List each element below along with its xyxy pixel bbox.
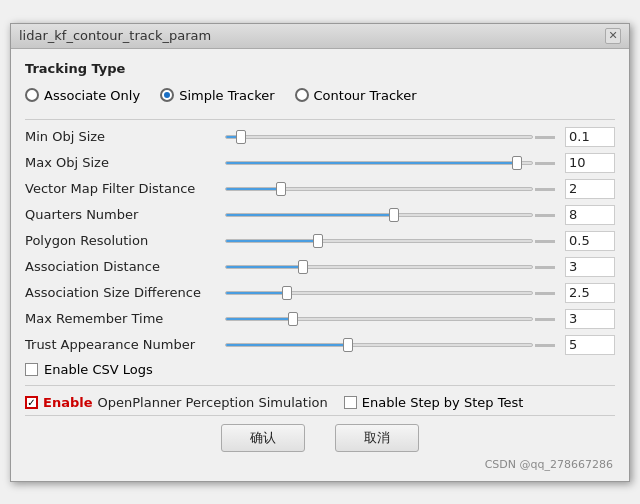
main-window: lidar_kf_contour_track_param ✕ Tracking … [10,23,630,482]
param-slider-8[interactable] [225,335,557,355]
step-group: Enable Step by Step Test [344,395,524,410]
param-value-0[interactable]: 0.1 [565,127,615,147]
param-value-6[interactable]: 2.5 [565,283,615,303]
param-row-7: Max Remember Time3 [25,306,615,332]
param-row-5: Association Distance3 [25,254,615,280]
param-row-2: Vector Map Filter Distance2 [25,176,615,202]
param-value-4[interactable]: 0.5 [565,231,615,251]
radio-label-contour: Contour Tracker [314,88,417,103]
radio-associate-only[interactable]: Associate Only [25,88,140,103]
param-label-6: Association Size Difference [25,285,225,300]
param-label-5: Association Distance [25,259,225,274]
param-row-3: Quarters Number8 [25,202,615,228]
param-label-3: Quarters Number [25,207,225,222]
window-title: lidar_kf_contour_track_param [19,28,211,43]
param-value-5[interactable]: 3 [565,257,615,277]
param-label-1: Max Obj Size [25,155,225,170]
param-row-0: Min Obj Size0.1 [25,124,615,150]
radio-circle-simple [160,88,174,102]
tracking-type-label: Tracking Type [25,61,615,76]
csv-checkbox[interactable] [25,363,38,376]
param-row-4: Polygon Resolution0.5 [25,228,615,254]
param-value-2[interactable]: 2 [565,179,615,199]
csv-checkbox-row[interactable]: Enable CSV Logs [25,358,615,381]
step-label: Enable Step by Step Test [362,395,524,410]
param-value-8[interactable]: 5 [565,335,615,355]
enable-label-rest: OpenPlanner Perception Simulation [98,395,328,410]
param-slider-1[interactable] [225,153,557,173]
param-slider-5[interactable] [225,257,557,277]
tracking-type-radio-group: Associate Only Simple Tracker Contour Tr… [25,82,615,109]
param-slider-0[interactable] [225,127,557,147]
param-value-3[interactable]: 8 [565,205,615,225]
csv-checkbox-label: Enable CSV Logs [44,362,153,377]
param-row-8: Trust Appearance Number5 [25,332,615,358]
divider-2 [25,385,615,386]
param-row-1: Max Obj Size10 [25,150,615,176]
radio-contour-tracker[interactable]: Contour Tracker [295,88,417,103]
watermark: CSDN @qq_278667286 [25,456,615,471]
params-container: Min Obj Size0.1Max Obj Size10Vector Map … [25,124,615,358]
radio-label-simple: Simple Tracker [179,88,274,103]
radio-circle-contour [295,88,309,102]
param-slider-6[interactable] [225,283,557,303]
param-slider-3[interactable] [225,205,557,225]
param-label-2: Vector Map Filter Distance [25,181,225,196]
title-bar: lidar_kf_contour_track_param ✕ [11,24,629,49]
divider-1 [25,119,615,120]
close-button[interactable]: ✕ [605,28,621,44]
param-label-8: Trust Appearance Number [25,337,225,352]
param-value-7[interactable]: 3 [565,309,615,329]
confirm-button[interactable]: 确认 [221,424,305,452]
content-area: Tracking Type Associate Only Simple Trac… [11,49,629,481]
param-row-6: Association Size Difference2.5 [25,280,615,306]
radio-simple-tracker[interactable]: Simple Tracker [160,88,274,103]
param-label-7: Max Remember Time [25,311,225,326]
cancel-button[interactable]: 取消 [335,424,419,452]
radio-label-associate: Associate Only [44,88,140,103]
param-slider-4[interactable] [225,231,557,251]
radio-circle-associate [25,88,39,102]
bottom-left: ✓ Enable OpenPlanner Perception Simulati… [25,395,328,410]
enable-label-red: Enable [43,395,93,410]
bottom-row: ✓ Enable OpenPlanner Perception Simulati… [25,390,615,415]
param-slider-2[interactable] [225,179,557,199]
param-label-4: Polygon Resolution [25,233,225,248]
enable-checkbox[interactable]: ✓ [25,396,38,409]
param-value-1[interactable]: 10 [565,153,615,173]
buttons-row: 确认 取消 [25,415,615,456]
param-label-0: Min Obj Size [25,129,225,144]
param-slider-7[interactable] [225,309,557,329]
step-checkbox[interactable] [344,396,357,409]
